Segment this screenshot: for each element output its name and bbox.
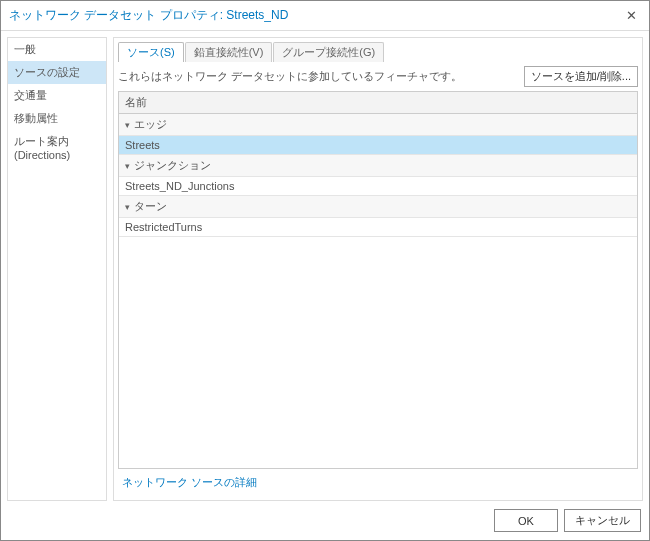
grid-empty-space [119, 237, 637, 468]
sidebar-item-travel-attrs[interactable]: 移動属性 [8, 107, 106, 130]
close-icon[interactable]: ✕ [621, 8, 641, 23]
network-sources-link[interactable]: ネットワーク ソースの詳細 [118, 469, 638, 496]
row-turns[interactable]: RestrictedTurns [119, 218, 637, 237]
sidebar-item-general[interactable]: 一般 [8, 38, 106, 61]
section-turns-label: ターン [134, 199, 167, 214]
sidebar-item-directions[interactable]: ルート案内 (Directions) [8, 130, 106, 165]
cancel-button[interactable]: キャンセル [564, 509, 641, 532]
chevron-down-icon: ▾ [125, 161, 130, 171]
section-junctions[interactable]: ▾ ジャンクション [119, 155, 637, 177]
section-edges-label: エッジ [134, 117, 167, 132]
sidebar-item-sources[interactable]: ソースの設定 [8, 61, 106, 84]
tabs: ソース(S) 鉛直接続性(V) グループ接続性(G) [114, 38, 642, 62]
tab-sources[interactable]: ソース(S) [118, 42, 184, 62]
window-title: ネットワーク データセット プロパティ: Streets_ND [9, 7, 621, 24]
tab-group-connectivity[interactable]: グループ接続性(G) [273, 42, 384, 62]
dialog-body: 一般 ソースの設定 交通量 移動属性 ルート案内 (Directions) ソー… [1, 31, 649, 501]
titlebar: ネットワーク データセット プロパティ: Streets_ND ✕ [1, 1, 649, 31]
chevron-down-icon: ▾ [125, 120, 130, 130]
footer: OK キャンセル [1, 501, 649, 540]
sidebar: 一般 ソースの設定 交通量 移動属性 ルート案内 (Directions) [7, 37, 107, 501]
row-streets[interactable]: Streets [119, 136, 637, 155]
sidebar-item-traffic[interactable]: 交通量 [8, 84, 106, 107]
chevron-down-icon: ▾ [125, 202, 130, 212]
grid-header-name: 名前 [119, 92, 637, 114]
section-junctions-label: ジャンクション [134, 158, 211, 173]
ok-button[interactable]: OK [494, 509, 558, 532]
row-junctions[interactable]: Streets_ND_Junctions [119, 177, 637, 196]
content-top-row: これらはネットワーク データセットに参加しているフィーチャです。 ソースを追加/… [118, 66, 638, 87]
tab-vertical-connectivity[interactable]: 鉛直接続性(V) [185, 42, 273, 62]
tab-content: これらはネットワーク データセットに参加しているフィーチャです。 ソースを追加/… [114, 62, 642, 500]
main-panel: ソース(S) 鉛直接続性(V) グループ接続性(G) これらはネットワーク デー… [113, 37, 643, 501]
add-remove-sources-button[interactable]: ソースを追加/削除... [524, 66, 638, 87]
section-turns[interactable]: ▾ ターン [119, 196, 637, 218]
section-edges[interactable]: ▾ エッジ [119, 114, 637, 136]
content-description: これらはネットワーク データセットに参加しているフィーチャです。 [118, 69, 524, 84]
sources-grid: 名前 ▾ エッジ Streets ▾ ジャンクション Streets_ND_Ju… [118, 91, 638, 469]
